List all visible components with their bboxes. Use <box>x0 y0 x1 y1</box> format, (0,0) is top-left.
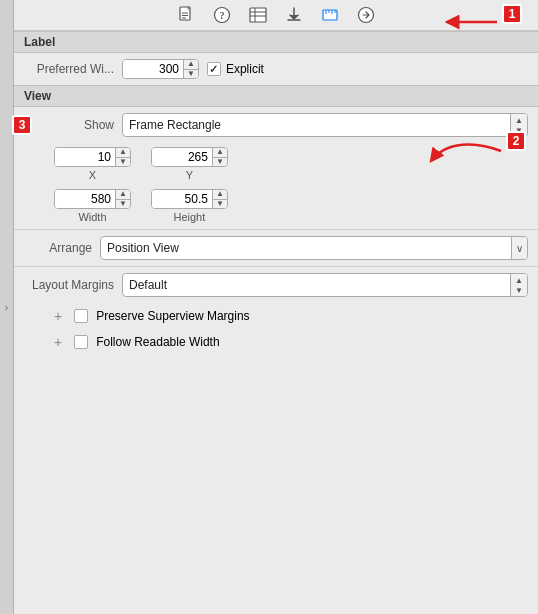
preserve-checkbox[interactable] <box>74 309 88 323</box>
follow-label: Follow Readable Width <box>96 335 219 349</box>
x-input[interactable] <box>55 148 115 166</box>
height-input[interactable] <box>152 190 212 208</box>
height-decrement[interactable]: ▼ <box>213 200 227 209</box>
file-icon[interactable] <box>177 6 195 24</box>
y-decrement[interactable]: ▼ <box>213 158 227 167</box>
y-stepper[interactable]: ▲ ▼ <box>151 147 228 167</box>
arrange-select-value: Position View <box>101 238 511 258</box>
download-icon[interactable] <box>285 6 303 24</box>
preferred-width-stepper[interactable]: 300 ▲ ▼ <box>122 59 199 79</box>
layout-margins-select-arrow: ▲ ▼ <box>510 274 527 296</box>
explicit-checkbox[interactable] <box>207 62 221 76</box>
y-stepper-buttons: ▲ ▼ <box>212 148 227 166</box>
layout-margins-row: Layout Margins Default ▲ ▼ <box>14 266 538 303</box>
preferred-width-decrement[interactable]: ▼ <box>184 70 198 79</box>
x-stepper-buttons: ▲ ▼ <box>115 148 130 166</box>
toolbar: ? <box>14 0 538 31</box>
height-label: Height <box>173 211 205 223</box>
view-section-header: View <box>14 85 538 107</box>
sidebar-arrow-icon: › <box>5 302 8 313</box>
layout-margins-label: Layout Margins <box>24 278 114 292</box>
x-coord-group: ▲ ▼ X <box>54 147 131 181</box>
svg-rect-6 <box>250 8 266 22</box>
preferred-width-stepper-buttons: ▲ ▼ <box>183 60 198 78</box>
svg-text:?: ? <box>220 10 225 21</box>
preferred-width-input[interactable]: 300 <box>123 60 183 78</box>
badge-1: 1 <box>502 4 522 24</box>
badge-2: 2 <box>506 131 526 151</box>
width-decrement[interactable]: ▼ <box>116 200 130 209</box>
annotation-1: 1 <box>502 4 522 24</box>
label-form-row: Preferred Wi... 300 ▲ ▼ Explicit <box>14 53 538 85</box>
width-group: ▲ ▼ Width <box>54 189 131 223</box>
layout-margins-select[interactable]: Default ▲ ▼ <box>122 273 528 297</box>
arrange-label: Arrange <box>24 241 92 255</box>
arrow-icon[interactable] <box>357 6 375 24</box>
width-input[interactable] <box>55 190 115 208</box>
label-section-header: Label <box>14 31 538 53</box>
arrange-select[interactable]: Position View ∨ <box>100 236 528 260</box>
arrange-select-arrow: ∨ <box>511 237 527 259</box>
content-area: Label Preferred Wi... 300 ▲ ▼ Explicit <box>14 31 538 614</box>
follow-plus-icon: + <box>54 334 62 350</box>
width-stepper[interactable]: ▲ ▼ <box>54 189 131 209</box>
y-input[interactable] <box>152 148 212 166</box>
width-label: Width <box>78 211 106 223</box>
show-select-value: Frame Rectangle <box>123 115 510 135</box>
sidebar-handle[interactable]: › <box>0 0 14 614</box>
label-section: Label Preferred Wi... 300 ▲ ▼ Explicit <box>14 31 538 85</box>
explicit-checkbox-container: Explicit <box>207 62 264 76</box>
height-stepper[interactable]: ▲ ▼ <box>151 189 228 209</box>
layout-margins-value: Default <box>123 275 510 295</box>
preserve-label: Preserve Superview Margins <box>96 309 249 323</box>
annotation-2: 2 <box>506 131 526 151</box>
arrow-annotation-2 <box>426 136 506 169</box>
help-icon[interactable]: ? <box>213 6 231 24</box>
annotation-3: 3 <box>12 115 32 135</box>
follow-row: + Follow Readable Width <box>14 329 538 355</box>
size-row: ▲ ▼ Width ▲ ▼ Height <box>14 185 538 229</box>
preserve-plus-icon: + <box>54 308 62 324</box>
x-label: X <box>89 169 96 181</box>
x-decrement[interactable]: ▼ <box>116 158 130 167</box>
explicit-label: Explicit <box>226 62 264 76</box>
y-label: Y <box>186 169 193 181</box>
list-icon[interactable] <box>249 6 267 24</box>
show-label: Show <box>24 118 114 132</box>
y-coord-group: ▲ ▼ Y <box>151 147 228 181</box>
arrange-row: Arrange Position View ∨ <box>14 229 538 266</box>
height-group: ▲ ▼ Height <box>151 189 228 223</box>
label-section-title: Label <box>24 35 55 49</box>
width-stepper-buttons: ▲ ▼ <box>115 190 130 208</box>
x-stepper[interactable]: ▲ ▼ <box>54 147 131 167</box>
preferred-width-label: Preferred Wi... <box>24 62 114 76</box>
view-section-title: View <box>24 89 51 103</box>
main-panel: ? <box>14 0 538 614</box>
show-select[interactable]: Frame Rectangle ▲ ▼ <box>122 113 528 137</box>
height-stepper-buttons: ▲ ▼ <box>212 190 227 208</box>
ruler-icon[interactable] <box>321 6 339 24</box>
follow-checkbox[interactable] <box>74 335 88 349</box>
preserve-row: + Preserve Superview Margins <box>14 303 538 329</box>
badge-3: 3 <box>12 115 32 135</box>
view-section: View 3 Show Frame Rectangle ▲ ▼ <box>14 85 538 355</box>
